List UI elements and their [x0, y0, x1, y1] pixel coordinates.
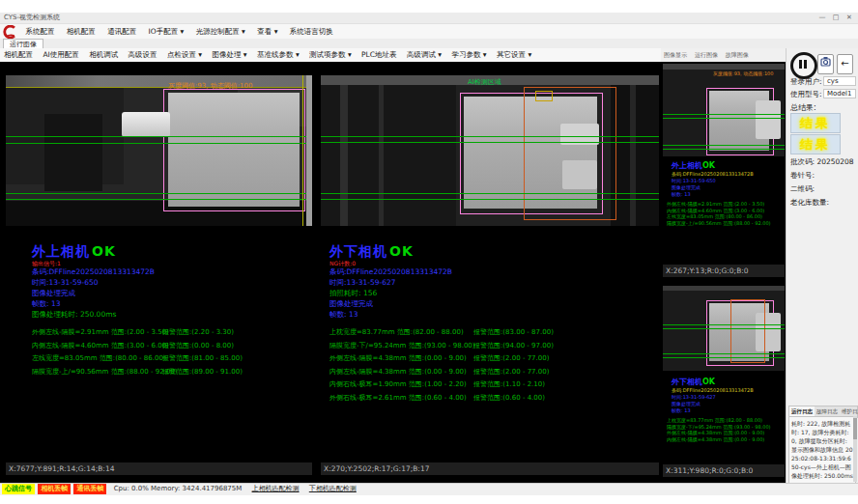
lower-camera-match-link[interactable]: 下相机匹配检测	[309, 484, 357, 494]
metal-clamp	[756, 100, 781, 139]
measurement-row: 隔膜宽度-上/=90.56mm 范围:(88.00 - 92.00)报警范围:(…	[32, 367, 312, 380]
camera-name-label: 外上相机	[672, 161, 702, 170]
measurement-row: 左线宽度=83.05mm 范围:(80.00 - 86.00)报警范围:(81.…	[32, 353, 312, 367]
measurement-row: 内侧左线-隔膜=4.38mm 范围:(0.00 - 9.00)报警范围:(2.0…	[329, 367, 648, 380]
tool-camera-debug[interactable]: 相机调试	[85, 48, 122, 62]
close-button[interactable]: ✕	[843, 13, 856, 23]
menu-item-language-switch[interactable]: 系统语言切换	[285, 24, 338, 39]
alarm-range: 报警范围:(2.00 - 77.00)	[473, 353, 549, 363]
batch-code-value: 20250208	[816, 157, 853, 166]
alarm-range: 报警范围:(0.00 - 8.00)	[162, 341, 234, 350]
tool-plc-table[interactable]: PLC地址表	[358, 48, 400, 62]
thumb-header-fault-image[interactable]: 故障图像	[723, 48, 752, 62]
tool-advanced-debug[interactable]: 高级调试 ▾	[403, 48, 445, 62]
total-result-label: 总结果:	[790, 102, 816, 113]
thumbnail-2-coordinates: X:311;Y:980;R:0;G:0;B:0	[663, 464, 785, 477]
process-done-text: 图像处理完成	[329, 299, 373, 309]
right-camera-view[interactable]: AI检测区域 外下相机OK NG计数:0 条码:DFFline202502081…	[321, 64, 659, 477]
menu-item-comm-config[interactable]: 通讯配置	[102, 24, 141, 39]
right-view-coordinates: X:270;Y:2502;R:17;G:17;B:17	[321, 462, 659, 475]
tool-test-params[interactable]: 测试项参数 ▾	[305, 48, 356, 62]
heartbeat-badge: 心跳信号	[2, 484, 35, 494]
camera-capture-button[interactable]	[817, 54, 834, 74]
model-text: Model1	[823, 89, 856, 98]
maximize-button[interactable]: □	[829, 13, 843, 23]
measure-line	[663, 118, 785, 119]
minimize-button[interactable]: —	[815, 13, 829, 23]
cpu-memory-status: Cpu: 0.0% Memory: 3424.41796875M	[114, 485, 243, 492]
comm-dropframe-badge: 通讯丢帧	[73, 484, 106, 494]
measure-line	[6, 199, 312, 200]
measurement-value: 内侧左线-隔膜=4.60mm 范围:(3.00 - 6.00)	[667, 208, 764, 213]
scrollbar-thumb[interactable]	[853, 418, 857, 439]
measure-line	[321, 136, 659, 137]
status-ok-label: OK	[702, 378, 715, 386]
measurement-row: 外侧右线-极耳=2.61mm 范围:(0.60 - 4.00)报警范围:(0.6…	[329, 393, 648, 406]
frame-count-text: 帧数: 13	[32, 299, 60, 309]
thumb-header-run-image[interactable]: 运行图像	[692, 48, 721, 62]
measure-line	[6, 136, 312, 137]
alarm-range: 报警范围:(83.00 - 87.00)	[473, 327, 554, 337]
measurement-value: 内侧左线-隔膜=4.38mm 范围:(0.00 - 9.00)	[329, 368, 467, 376]
tool-baseline-params[interactable]: 基准线参数 ▾	[253, 48, 303, 62]
menu-item-io-config[interactable]: IO手配置 ▾	[144, 24, 189, 39]
alarm-range: 报警范围:(81.00 - 85.00)	[162, 353, 243, 363]
tool-learn-params[interactable]: 学习参数 ▾	[447, 48, 490, 62]
calibration-line	[6, 87, 312, 88]
measure-line	[321, 199, 659, 200]
log-scrollbar[interactable]	[853, 416, 857, 482]
left-camera-image[interactable]: 灰度阈值:93, 动态阈值:100	[6, 75, 312, 226]
measure-line	[663, 357, 785, 358]
alarm-range: 报警范围:(1.10 - 2.10)	[473, 379, 545, 389]
menu-item-system-config[interactable]: 系统配置	[20, 24, 59, 39]
pause-icon	[804, 60, 807, 69]
alarm-range: 报警范围:(2.00 - 77.00)	[473, 367, 549, 377]
thumbnail-view-1[interactable]: 灰度阈值:93, 动态阈值:100 外上相机OK 条码:DFFline20250…	[663, 64, 785, 277]
thumb-camera-title: 外上相机OK	[672, 160, 715, 171]
back-arrow-icon: ←	[841, 58, 848, 69]
right-camera-image[interactable]: AI检测区域	[321, 75, 659, 226]
threshold-label: 灰度阈值:93, 动态阈值:100	[168, 81, 252, 91]
thumbnail-view-2[interactable]: 外下相机OK 条码:DFFline2025020813313472B 时间:13…	[663, 280, 785, 477]
model-field: 使用型号:	[790, 90, 822, 99]
frame-count-text: 帧数: 13	[672, 191, 691, 197]
thumbnail-image-1[interactable]: 灰度阈值:93, 动态阈值:100	[663, 64, 785, 156]
machine-texture	[6, 75, 312, 87]
back-button[interactable]: ←	[837, 54, 853, 74]
main-area: 灰度阈值:93, 动态阈值:100 外上相机OK 输出信号:1 条码:DFFli…	[0, 62, 786, 483]
measurement-row: 隔膜宽度-上/=90.56mm 范围:(88.00 - 92.00)	[667, 220, 783, 227]
alarm-range: 报警范围:(2.20 - 3.30)	[162, 327, 234, 337]
time-text: 时间:13-31-59-650	[32, 278, 99, 288]
result-box-2: 结果	[790, 134, 841, 154]
thumbnail-image-2[interactable]	[663, 286, 785, 371]
alarm-range: 报警范围:(89.00 - 91.00)	[162, 367, 243, 377]
winding-pin-field: 卷针号:	[790, 171, 815, 181]
status-ok-label: OK	[702, 161, 715, 170]
model-value[interactable]: Model1	[823, 89, 856, 98]
tool-advanced-settings[interactable]: 高级设置	[125, 48, 161, 62]
measure-line	[6, 143, 312, 144]
time-text: 时间:13-31-59-627	[672, 394, 716, 400]
menu-item-camera-config[interactable]: 相机配置	[62, 24, 100, 39]
tool-camera-config[interactable]: 相机配置	[0, 48, 37, 62]
elapsed-text: 拍照耗时: 156	[329, 289, 377, 298]
right-camera-title: 外下相机OK	[329, 243, 414, 261]
tool-ai-usage-config[interactable]: AI使用配置	[39, 48, 82, 62]
tool-image-process[interactable]: 图像处理 ▾	[208, 48, 250, 62]
thumb-header-image-display[interactable]: 图像显示	[661, 48, 690, 62]
machine-texture	[663, 286, 785, 291]
menu-item-view[interactable]: 查看 ▾	[252, 24, 282, 39]
left-camera-view[interactable]: 灰度阈值:93, 动态阈值:100 外上相机OK 输出信号:1 条码:DFFli…	[6, 64, 312, 477]
measurement-row: 隔膜宽度-下/=95.24mm 范围:(93.00 - 98.00)报警范围:(…	[329, 341, 648, 354]
side-panel: ← 登录用户: cys 使用型号: Model1 总结果: 结果 结果 批次码:…	[786, 48, 858, 483]
machine-texture	[340, 85, 348, 226]
menu-item-light-config[interactable]: 光源控制配置 ▾	[191, 24, 250, 39]
tool-other-settings[interactable]: 其它设置 ▾	[493, 48, 535, 62]
login-user-field: 登录用户:	[790, 77, 822, 87]
status-bar: 心跳信号 相机丢帧 通讯丢帧 Cpu: 0.0% Memory: 3424.41…	[0, 483, 858, 495]
measurement-value: 左线宽度=83.05mm 范围:(80.00 - 86.00)	[32, 354, 166, 362]
pause-button[interactable]	[790, 52, 817, 79]
tool-spot-check[interactable]: 点检设置 ▾	[163, 48, 206, 62]
upper-camera-match-link[interactable]: 上相机匹配检测	[252, 484, 300, 494]
pause-icon	[799, 60, 802, 69]
